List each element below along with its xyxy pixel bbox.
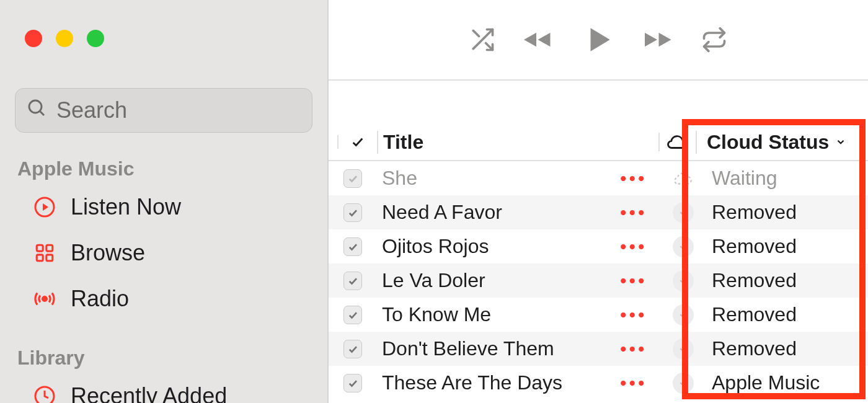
play-circle-icon [32, 195, 57, 219]
row-checkbox[interactable] [343, 169, 362, 188]
cloud-status-value: Waiting [702, 167, 868, 190]
row-checkbox[interactable] [343, 340, 362, 358]
song-title: These Are The Days [377, 371, 620, 394]
row-checkbox[interactable] [343, 203, 362, 222]
sidebar-item-browse[interactable]: Browse [0, 230, 327, 276]
maximize-window-button[interactable] [87, 30, 104, 47]
shuffle-button[interactable] [469, 26, 496, 53]
table-row[interactable]: Ojitos Rojos•••Removed [329, 229, 868, 264]
sidebar-item-label: Browse [71, 240, 145, 266]
song-title: Le Va Doler [377, 269, 620, 292]
svg-point-0 [29, 100, 42, 113]
radio-icon [32, 286, 57, 311]
cloud-status-value: Removed [702, 235, 868, 258]
column-cloud-status[interactable]: Cloud Status [696, 131, 862, 154]
sidebar-item-label: Recently Added [71, 383, 227, 403]
cloud-status-value: Removed [702, 201, 868, 224]
svg-rect-4 [37, 245, 43, 251]
search-icon [27, 97, 46, 123]
svg-rect-6 [37, 255, 43, 261]
sidebar-section-library: Library [0, 322, 327, 373]
cloud-status-value: Removed [702, 303, 868, 326]
sidebar: Apple Music Listen Now Browse Radio [0, 0, 329, 403]
svg-marker-3 [43, 203, 48, 211]
svg-line-1 [40, 111, 44, 115]
cloud-status-value: Removed [702, 269, 868, 292]
column-title[interactable]: Title [377, 131, 658, 154]
window-controls [0, 0, 327, 47]
cloud-status-value: Removed [702, 337, 868, 360]
sidebar-item-label: Radio [71, 286, 129, 312]
svg-marker-11 [524, 33, 536, 47]
song-title: Ojitos Rojos [377, 235, 620, 258]
table-row[interactable]: Don't Believe Them•••Removed [329, 332, 868, 366]
next-button[interactable] [639, 26, 676, 53]
repeat-button[interactable] [701, 26, 728, 53]
svg-marker-14 [659, 33, 671, 47]
cloud-status-value: Apple Music [702, 371, 868, 394]
row-checkbox[interactable] [343, 237, 362, 256]
sidebar-section-apple-music: Apple Music [0, 133, 327, 184]
row-checkbox[interactable] [343, 272, 362, 290]
download-icon[interactable] [673, 373, 694, 394]
player-controls [329, 0, 868, 81]
column-checkmark[interactable] [337, 135, 377, 149]
previous-button[interactable] [521, 26, 558, 53]
table-row[interactable]: Le Va Doler•••Removed [329, 264, 868, 298]
svg-rect-5 [46, 245, 53, 251]
song-rows: She•••WaitingNeed A Favor•••RemovedOjito… [329, 161, 868, 400]
table-row[interactable]: She•••Waiting [329, 161, 868, 195]
download-icon[interactable] [673, 339, 694, 360]
table-header: Title Cloud Status [329, 124, 868, 161]
row-checkbox[interactable] [343, 374, 362, 392]
sidebar-item-radio[interactable]: Radio [0, 276, 327, 322]
download-icon[interactable] [673, 270, 694, 291]
svg-point-8 [43, 297, 47, 301]
column-cloud-status-label: Cloud Status [707, 131, 829, 154]
column-cloud-icon[interactable] [658, 133, 696, 151]
cloud-waiting-icon [665, 170, 702, 187]
sidebar-item-listen-now[interactable]: Listen Now [0, 184, 327, 230]
download-icon[interactable] [673, 304, 694, 326]
song-title: To Know Me [377, 303, 620, 326]
sidebar-item-recently-added[interactable]: Recently Added [0, 373, 327, 403]
song-list-area: Title Cloud Status She•••WaitingNeed A F… [329, 81, 868, 403]
sidebar-item-label: Listen Now [71, 194, 181, 220]
download-icon[interactable] [673, 202, 694, 223]
download-icon[interactable] [673, 236, 694, 257]
grid-icon [32, 241, 57, 265]
table-row[interactable]: To Know Me•••Removed [329, 298, 868, 332]
song-title: She [377, 167, 620, 190]
search-input[interactable] [56, 97, 301, 123]
table-row[interactable]: These Are The Days•••Apple Music [329, 366, 868, 400]
main-content: Title Cloud Status She•••WaitingNeed A F… [329, 0, 868, 403]
play-button[interactable] [583, 24, 614, 55]
table-row[interactable]: Need A Favor•••Removed [329, 195, 868, 229]
svg-marker-12 [591, 28, 610, 51]
chevron-down-icon [835, 136, 846, 148]
song-title: Need A Favor [377, 201, 620, 224]
clock-icon [32, 384, 57, 403]
minimize-window-button[interactable] [56, 30, 73, 47]
search-field[interactable] [15, 88, 312, 133]
svg-rect-7 [46, 255, 53, 261]
close-window-button[interactable] [25, 30, 42, 47]
song-title: Don't Believe Them [377, 337, 620, 360]
svg-marker-13 [645, 33, 657, 47]
row-checkbox[interactable] [343, 306, 362, 324]
svg-marker-10 [538, 33, 551, 47]
